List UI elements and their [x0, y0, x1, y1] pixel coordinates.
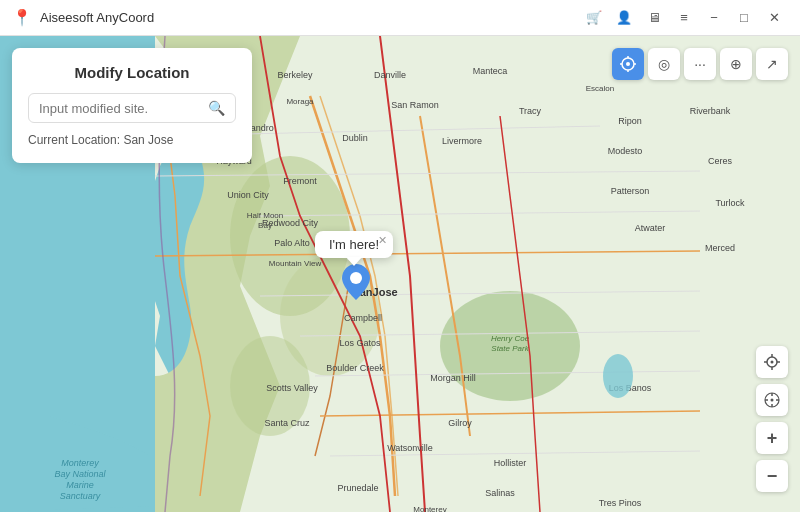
svg-text:Marine: Marine	[66, 480, 94, 490]
export-toolbar-btn[interactable]: ↗	[756, 48, 788, 80]
svg-point-53	[603, 354, 633, 398]
svg-text:Campbell: Campbell	[344, 313, 382, 323]
minimize-button[interactable]: −	[700, 4, 728, 32]
svg-text:Riverbank: Riverbank	[690, 106, 731, 116]
crosshair-toolbar-btn[interactable]: ⊕	[720, 48, 752, 80]
title-bar: 📍 Aiseesoft AnyCoord 🛒 👤 🖥 ≡ − □ ✕	[0, 0, 800, 36]
svg-text:Gilroy: Gilroy	[448, 418, 472, 428]
svg-point-62	[771, 361, 774, 364]
svg-text:Hollister: Hollister	[494, 458, 527, 468]
modify-location-panel: Modify Location 🔍 Current Location: San …	[12, 48, 252, 163]
svg-text:Scotts Valley: Scotts Valley	[266, 383, 318, 393]
dots-toolbar-btn[interactable]: ···	[684, 48, 716, 80]
zoom-out-btn[interactable]: −	[756, 460, 788, 492]
location-pin	[342, 264, 370, 307]
search-box[interactable]: 🔍	[28, 93, 236, 123]
svg-text:Santa Cruz: Santa Cruz	[264, 418, 310, 428]
svg-text:Livermore: Livermore	[442, 136, 482, 146]
svg-text:San Ramon: San Ramon	[391, 100, 439, 110]
svg-text:Mountain View: Mountain View	[269, 259, 322, 268]
cart-button[interactable]: 🛒	[580, 4, 608, 32]
location-toolbar-btn[interactable]	[612, 48, 644, 80]
app-logo: 📍	[12, 8, 32, 27]
svg-text:Merced: Merced	[705, 243, 735, 253]
svg-point-55	[626, 62, 630, 66]
svg-text:Ceres: Ceres	[708, 156, 733, 166]
app-title: Aiseesoft AnyCoord	[40, 10, 154, 25]
svg-text:Ripon: Ripon	[618, 116, 642, 126]
map-controls: + −	[756, 346, 788, 492]
compass-control-btn[interactable]	[756, 384, 788, 416]
user-button[interactable]: 👤	[610, 4, 638, 32]
current-location-label: Current Location: San Jose	[28, 133, 236, 147]
map-toolbar: ◎ ··· ⊕ ↗	[612, 48, 788, 80]
search-input[interactable]	[39, 101, 208, 116]
panel-title: Modify Location	[28, 64, 236, 81]
popup-close-btn[interactable]: ✕	[378, 234, 387, 247]
gps-control-btn[interactable]	[756, 346, 788, 378]
svg-text:Monterey: Monterey	[413, 505, 446, 512]
svg-text:Union City: Union City	[227, 190, 269, 200]
svg-point-68	[771, 399, 774, 402]
maximize-button[interactable]: □	[730, 4, 758, 32]
title-controls: 🛒 👤 🖥 ≡ − □ ✕	[580, 4, 788, 32]
svg-text:Tres Pinos: Tres Pinos	[599, 498, 642, 508]
svg-text:Watsonville: Watsonville	[387, 443, 433, 453]
svg-point-60	[350, 272, 362, 284]
svg-text:Moraga: Moraga	[286, 97, 314, 106]
popup-text: I'm here!	[329, 237, 379, 252]
svg-text:Manteca: Manteca	[473, 66, 508, 76]
svg-text:Sanctuary: Sanctuary	[60, 491, 101, 501]
svg-text:Morgan Hill: Morgan Hill	[430, 373, 476, 383]
svg-text:Bay National: Bay National	[54, 469, 106, 479]
svg-text:Boulder Creek: Boulder Creek	[326, 363, 384, 373]
svg-text:Modesto: Modesto	[608, 146, 643, 156]
svg-text:Palo Alto: Palo Alto	[274, 238, 310, 248]
svg-text:Prunedale: Prunedale	[337, 483, 378, 493]
zoom-in-btn[interactable]: +	[756, 422, 788, 454]
search-icon[interactable]: 🔍	[208, 100, 225, 116]
svg-text:Fremont: Fremont	[283, 176, 317, 186]
svg-text:Escalon: Escalon	[586, 84, 614, 93]
svg-text:Redwood City: Redwood City	[262, 218, 319, 228]
svg-text:Patterson: Patterson	[611, 186, 650, 196]
svg-text:Los Gatos: Los Gatos	[339, 338, 381, 348]
title-left: 📍 Aiseesoft AnyCoord	[12, 8, 154, 27]
screen-button[interactable]: 🖥	[640, 4, 668, 32]
close-button[interactable]: ✕	[760, 4, 788, 32]
svg-text:Monterey: Monterey	[61, 458, 99, 468]
svg-text:Turlock: Turlock	[715, 198, 745, 208]
svg-text:Danville: Danville	[374, 70, 406, 80]
popup-tail	[346, 257, 362, 266]
location-popup: I'm here! ✕	[315, 231, 393, 258]
target-toolbar-btn[interactable]: ◎	[648, 48, 680, 80]
svg-text:Berkeley: Berkeley	[277, 70, 313, 80]
svg-text:Dublin: Dublin	[342, 133, 368, 143]
svg-text:Salinas: Salinas	[485, 488, 515, 498]
svg-text:State Park: State Park	[491, 344, 529, 353]
svg-text:Henry Coe: Henry Coe	[491, 334, 530, 343]
svg-text:Tracy: Tracy	[519, 106, 542, 116]
map-container: Monterey Bay National Marine Sanctuary H…	[0, 36, 800, 512]
menu-button[interactable]: ≡	[670, 4, 698, 32]
svg-text:Atwater: Atwater	[635, 223, 666, 233]
